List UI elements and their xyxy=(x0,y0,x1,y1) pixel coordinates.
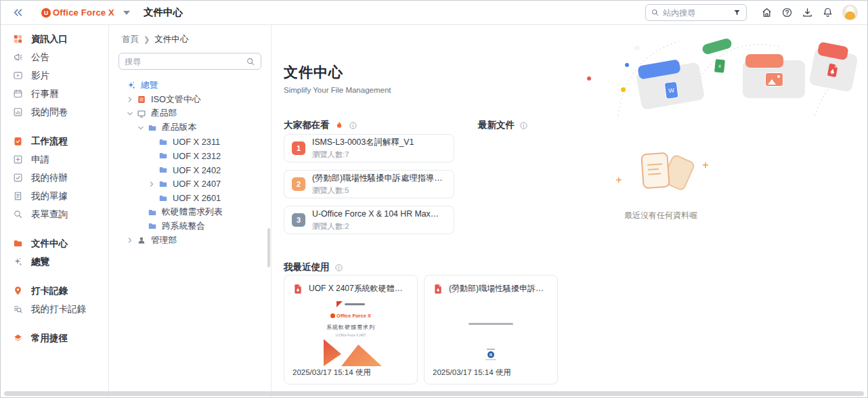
info-icon[interactable] xyxy=(519,121,528,130)
help-icon[interactable] xyxy=(781,7,793,18)
sidebar-item-label: 工作流程 xyxy=(31,135,68,148)
sidebar-item-my-forms[interactable]: 我的單據 xyxy=(1,187,108,205)
user-avatar[interactable] xyxy=(842,5,858,20)
notifications-bell-icon[interactable] xyxy=(822,7,833,18)
double-chevron-left-icon xyxy=(12,7,24,18)
tree-node-cross-system[interactable]: 跨系統整合 xyxy=(118,219,261,234)
main-title: 文件中心 xyxy=(284,63,391,82)
sidebar-item-label: 行事曆 xyxy=(31,88,59,100)
folder-icon xyxy=(148,221,157,231)
word-folder-decoration: W xyxy=(636,62,705,110)
tree-node-uofx-2312[interactable]: UOF X 2312 xyxy=(118,149,261,163)
site-search-box[interactable] xyxy=(645,4,747,21)
popular-section-header: 大家都在看 xyxy=(284,119,357,131)
page-title: 文件中心 xyxy=(144,6,183,19)
home-icon[interactable] xyxy=(761,7,773,18)
tree-node-uofx-2601[interactable]: UOF X 2601 xyxy=(118,191,261,205)
top-bar: U Office Force X 文件中心 xyxy=(1,1,867,25)
tree-vertical-scrollbar[interactable] xyxy=(267,228,270,267)
tree-node-overview[interactable]: 總覽 xyxy=(118,79,261,93)
main-subtitle: Simplify Your File Management xyxy=(284,86,391,94)
sidebar-item-label: 影片 xyxy=(31,70,49,82)
tree-node-uofx-2407[interactable]: UOF X 2407 xyxy=(118,177,261,192)
doc-title: U-Office Force X & 104 HR Max兩代功能... xyxy=(312,208,446,220)
folder-icon xyxy=(148,208,157,217)
sidebar-item-my-surveys[interactable]: 我的問卷 xyxy=(1,103,108,121)
flame-icon xyxy=(334,120,344,130)
sidebar-item-punch-records[interactable]: 打卡記錄 xyxy=(1,282,108,300)
logo-badge: U xyxy=(41,8,51,18)
image-folder-decoration xyxy=(743,60,805,98)
download-icon[interactable] xyxy=(802,7,813,18)
sidebar-item-my-todos[interactable]: 我的待辦 xyxy=(1,169,108,187)
recent-doc-card-2[interactable]: (勞動部)職場性騷擾申訴處理指... 2025/03/17 15:14 使用 xyxy=(424,275,558,384)
folder-icon xyxy=(158,137,168,147)
popular-doc-card-3[interactable]: 3 U-Office Force X & 104 HR Max兩代功能... 瀏… xyxy=(284,206,454,234)
sidebar-item-announcements[interactable]: 公告 xyxy=(1,48,108,66)
tree-search-input[interactable] xyxy=(125,57,242,66)
person-icon xyxy=(137,236,146,245)
bar-chart-icon xyxy=(13,107,23,117)
tree-node-product-dept[interactable]: 產品部 xyxy=(118,107,261,121)
popular-doc-card-1[interactable]: 1 ISMS-L3-0003名詞解釋_V1 瀏覽人數:7 xyxy=(284,134,454,162)
pdf-folder-decoration xyxy=(808,47,859,92)
red-dot-decoration xyxy=(587,76,591,81)
doc-title: ISMS-L3-0003名詞解釋_V1 xyxy=(312,137,414,148)
sidebar-item-videos[interactable]: 影片 xyxy=(1,66,108,85)
latest-section-header: 最新文件 xyxy=(478,119,528,131)
app-logo[interactable]: U Office Force X xyxy=(41,7,130,18)
filter-funnel-icon[interactable] xyxy=(733,8,741,17)
popular-section-title: 大家都在看 xyxy=(284,119,330,131)
breadcrumb-separator: ❯ xyxy=(144,35,150,44)
sidebar-item-workflow[interactable]: 工作流程 xyxy=(1,132,108,150)
sidebar-item-info-portal[interactable]: 資訊入口 xyxy=(1,30,108,48)
layers-icon xyxy=(13,333,23,343)
sidebar-item-label: 我的單據 xyxy=(31,190,68,202)
tree-node-iso-center[interactable]: ISO文管中心 xyxy=(118,93,261,107)
chevron-right-icon[interactable] xyxy=(127,237,133,244)
info-icon[interactable] xyxy=(334,263,343,272)
sidebar-item-shortcuts[interactable]: 常用捷徑 xyxy=(1,329,108,347)
clipboard-check-icon xyxy=(13,136,23,146)
preview-heading: 系統軟硬體需求列 xyxy=(326,324,375,331)
tree-node-admin-dept[interactable]: 管理部 xyxy=(118,234,261,248)
tree-node-product-versions[interactable]: 產品版本 xyxy=(118,120,261,135)
sidebar-item-document-center[interactable]: 文件中心 xyxy=(1,234,108,252)
doc-used-date: 2025/03/17 15:14 使用 xyxy=(433,368,511,378)
recent-doc-list: UOF X 2407系統軟硬體需求列... Office Force X 系統軟… xyxy=(284,275,558,384)
site-search-input[interactable] xyxy=(663,8,729,18)
chevron-down-icon[interactable] xyxy=(127,110,133,117)
workspace-caret-icon[interactable] xyxy=(123,11,130,15)
collapse-sidebar-button[interactable] xyxy=(10,5,25,20)
sidebar-item-form-query[interactable]: 表單查詢 xyxy=(1,205,108,223)
breadcrumb-home-link[interactable]: 首頁 xyxy=(122,34,139,45)
sidebar-item-calendar[interactable]: 行事曆 xyxy=(1,85,108,103)
tree-node-requirements-list[interactable]: 軟硬體需求列表 xyxy=(118,205,261,219)
horizontal-scrollbar[interactable] xyxy=(4,391,864,396)
sidebar-item-apply[interactable]: 申請 xyxy=(1,150,108,169)
sidebar-item-label: 公告 xyxy=(31,51,49,64)
chevron-right-icon[interactable] xyxy=(127,96,133,103)
recent-doc-card-1[interactable]: UOF X 2407系統軟硬體需求列... Office Force X 系統軟… xyxy=(284,275,418,384)
pdf-file-icon xyxy=(292,284,303,294)
plus-square-icon xyxy=(13,154,23,164)
tree-search-box[interactable] xyxy=(118,53,261,70)
breadcrumb-current: 文件中心 xyxy=(154,34,188,45)
tree-node-uofx-2311[interactable]: UOF X 2311 xyxy=(118,135,261,149)
info-icon[interactable] xyxy=(349,121,357,130)
blue-dot-decoration xyxy=(625,63,629,67)
tree-node-uofx-2402[interactable]: UOF X 2402 xyxy=(118,163,261,177)
popular-doc-card-2[interactable]: 2 (勞動部)職場性騷擾申訴處理指導手冊113年... 瀏覽人數:5 xyxy=(284,170,454,198)
pdf-file-icon xyxy=(433,284,443,294)
yellow-dot-decoration xyxy=(621,87,626,92)
doc-preview-thumbnail xyxy=(425,300,557,368)
folder-icon xyxy=(13,238,23,248)
folder-tree: 總覽 ISO文管中心 產品部 產品版本 UOF X 2311 xyxy=(118,79,261,248)
doc-title: (勞動部)職場性騷擾申訴處理指... xyxy=(449,283,549,294)
sidebar-item-overview[interactable]: 總覽 xyxy=(1,252,108,271)
sidebar-item-my-punch-records[interactable]: 我的打卡記錄 xyxy=(1,300,108,318)
chevron-right-icon[interactable] xyxy=(148,181,155,187)
folders-illustration: W x xyxy=(576,36,861,117)
chevron-down-icon[interactable] xyxy=(137,125,144,131)
receipt-icon xyxy=(13,191,23,201)
